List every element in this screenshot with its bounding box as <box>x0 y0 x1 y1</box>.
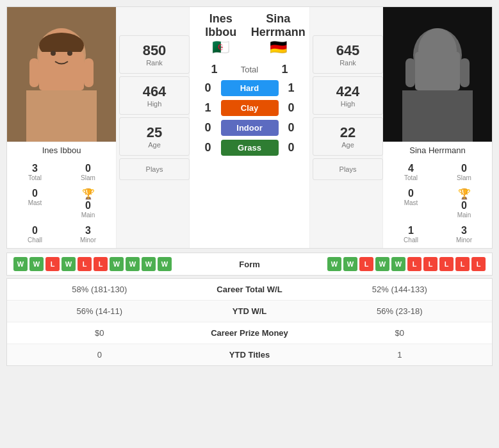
right-slam-cell: 0 Slam <box>438 160 490 184</box>
left-plays-label: Plays <box>122 165 186 173</box>
form-left-badges: WWLWLLWWWW <box>13 257 199 271</box>
form-left-badge-8: W <box>142 257 156 271</box>
stats-row-3-right: 1 <box>314 350 486 360</box>
svg-rect-15 <box>405 58 415 87</box>
stats-row-3: 0YTD Titles1 <box>7 344 492 365</box>
h2h-hard-left: 0 <box>199 81 217 95</box>
stats-row-1: 56% (14-11)YTD W/L56% (23-18) <box>7 301 492 322</box>
left-slam-label: Slam <box>63 174 113 181</box>
left-player-header: Ines Ibbou 🇩🇿 <box>192 12 250 56</box>
right-player-header-name: Sina Herrmann <box>250 12 307 39</box>
left-age-box: 25 Age <box>119 117 190 156</box>
clay-surface-button[interactable]: Clay <box>221 100 279 116</box>
form-right-badge-4: W <box>391 257 405 271</box>
form-right-badge-0: W <box>327 257 341 271</box>
right-mast-label: Mast <box>386 199 436 206</box>
stats-row-3-label: YTD Titles <box>186 350 314 360</box>
grass-surface-button[interactable]: Grass <box>221 140 279 156</box>
left-total-label: Total <box>10 174 60 181</box>
right-mast-value: 0 <box>386 188 436 199</box>
left-player-name-label: Ines Ibbou <box>7 142 116 158</box>
h2h-indoor-right: 0 <box>282 121 300 135</box>
right-rank-value: 645 <box>316 42 380 59</box>
h2h-hard-row: 0 Hard 1 <box>192 80 307 96</box>
right-age-label: Age <box>316 141 380 149</box>
right-player-header: Sina Herrmann 🇩🇪 <box>250 12 307 56</box>
left-main-value: 0 <box>85 200 91 212</box>
form-label: Form <box>199 260 301 269</box>
right-chall-value: 1 <box>386 225 436 236</box>
left-slam-cell: 0 Slam <box>62 160 114 184</box>
svg-rect-2 <box>26 90 97 142</box>
right-trophy-cell: 🏆 0 Main <box>438 185 490 221</box>
right-high-label: High <box>316 100 380 108</box>
form-right-badge-5: L <box>407 257 421 271</box>
form-right-badge-6: L <box>423 257 438 271</box>
stats-row-0-left: 58% (181-130) <box>13 285 186 294</box>
stats-row-1-label: YTD W/L <box>186 306 314 316</box>
h2h-total-right: 1 <box>276 63 294 76</box>
form-right-badge-9: L <box>471 257 486 271</box>
svg-rect-12 <box>402 90 473 142</box>
left-age-label: Age <box>122 141 186 149</box>
right-minor-cell: 3 Minor <box>438 222 490 246</box>
form-right-badge-7: L <box>439 257 454 271</box>
right-minor-label: Minor <box>439 236 489 244</box>
main-container: Ines Ibbou 3 Total 0 Slam 0 Mast 🏆 0 <box>0 0 499 372</box>
h2h-hard-right: 1 <box>282 81 300 95</box>
stats-table: 58% (181-130)Career Total W/L52% (144-13… <box>6 278 493 366</box>
stats-row-0-right: 52% (144-133) <box>314 285 486 294</box>
left-chall-cell: 0 Chall <box>9 222 61 246</box>
form-right-badge-1: W <box>343 257 357 271</box>
right-slam-label: Slam <box>439 174 489 181</box>
stats-row-1-right: 56% (23-18) <box>314 306 486 316</box>
form-left-badge-0: W <box>13 257 28 271</box>
right-player-photo <box>383 7 492 142</box>
h2h-grass-left: 0 <box>199 141 217 154</box>
left-player-flag: 🇩🇿 <box>192 39 250 56</box>
right-total-label: Total <box>386 174 436 181</box>
right-high-value: 424 <box>316 83 380 100</box>
right-age-box: 22 Age <box>313 117 383 156</box>
stats-row-2-left: $0 <box>13 328 186 338</box>
right-minor-value: 3 <box>439 225 489 236</box>
stats-row-0-label: Career Total W/L <box>186 285 314 294</box>
left-player-image <box>7 7 116 142</box>
form-right-badge-3: W <box>375 257 389 271</box>
right-player-stats-grid: 4 Total 0 Slam 0 Mast 🏆 0 Main 1 <box>383 158 492 248</box>
form-right-badge-8: L <box>455 257 470 271</box>
left-high-value: 464 <box>122 83 186 100</box>
indoor-surface-button[interactable]: Indoor <box>221 120 279 136</box>
left-rank-value: 850 <box>122 42 186 59</box>
right-age-value: 22 <box>316 124 380 141</box>
right-mast-cell: 0 Mast <box>385 185 437 221</box>
form-left-badge-7: W <box>126 257 140 271</box>
left-trophy-cell: 🏆 0 Main <box>62 185 114 221</box>
hard-surface-button[interactable]: Hard <box>221 80 279 96</box>
right-high-box: 424 High <box>313 76 383 115</box>
left-chall-label: Chall <box>10 236 60 244</box>
h2h-clay-row: 1 Clay 0 <box>192 100 307 116</box>
svg-rect-6 <box>29 58 39 87</box>
right-player-flag: 🇩🇪 <box>250 39 307 56</box>
left-total-cell: 3 Total <box>9 160 61 184</box>
form-left-badge-4: L <box>78 257 92 271</box>
form-right-badges: WWLWWLLLLL <box>301 257 486 271</box>
left-minor-value: 3 <box>63 225 113 236</box>
svg-rect-14 <box>415 52 460 90</box>
right-player-section: Sina Herrmann 4 Total 0 Slam 0 Mast 🏆 0 <box>383 7 492 248</box>
left-minor-cell: 3 Minor <box>62 222 114 246</box>
form-row: WWLWLLWWWW Form WWLWWLLLLL <box>7 253 492 275</box>
form-left-badge-1: W <box>29 257 44 271</box>
form-right-badge-2: L <box>359 257 373 271</box>
left-slam-value: 0 <box>63 163 113 174</box>
svg-rect-16 <box>460 58 470 87</box>
form-section: WWLWLLWWWW Form WWLWWLLLLL <box>6 253 493 276</box>
left-plays-box: Plays <box>119 158 190 180</box>
left-main-label: Main <box>81 212 95 219</box>
h2h-center: Ines Ibbou 🇩🇿 Sina Herrmann 🇩🇪 1 Total 1… <box>190 7 309 248</box>
right-center-stats: 645 Rank 424 High 22 Age Plays <box>309 7 383 248</box>
right-main-value: 0 <box>461 200 467 212</box>
svg-point-8 <box>51 51 56 56</box>
stats-row-0: 58% (181-130)Career Total W/L52% (144-13… <box>7 279 492 301</box>
